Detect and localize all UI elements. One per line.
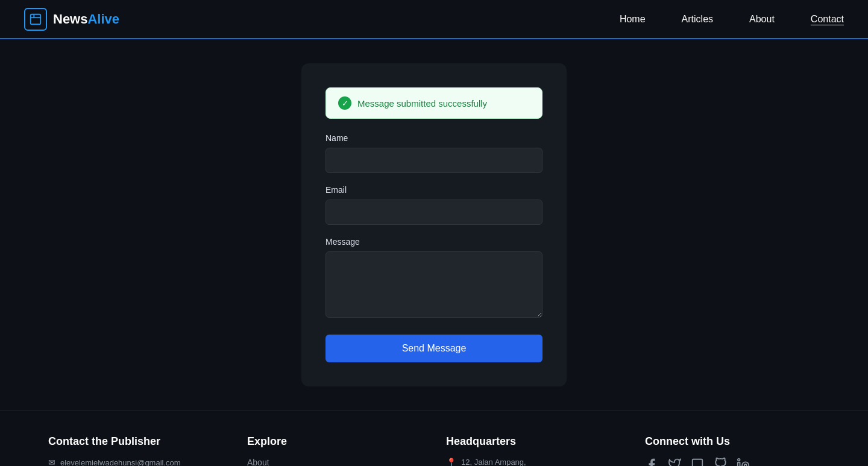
- message-input[interactable]: [326, 251, 542, 318]
- facebook-icon[interactable]: [645, 458, 658, 466]
- footer-publisher: Contact the Publisher ✉ elevelemielwadeh…: [48, 435, 223, 466]
- footer: Contact the Publisher ✉ elevelemielwadeh…: [0, 411, 868, 466]
- nav-articles[interactable]: Articles: [682, 14, 713, 25]
- message-label: Message: [326, 237, 542, 247]
- nav-links: Home Articles About Contact: [620, 14, 844, 25]
- footer-about-link[interactable]: About: [247, 458, 422, 466]
- message-group: Message: [326, 237, 542, 320]
- publisher-email-item: ✉ elevelemielwadehunsi@gmail.com: [48, 458, 223, 466]
- navbar: NewsAlive Home Articles About Contact: [0, 0, 868, 39]
- nav-home[interactable]: Home: [620, 14, 646, 25]
- publisher-title: Contact the Publisher: [48, 435, 223, 448]
- connect-title: Connect with Us: [645, 435, 820, 448]
- nav-contact[interactable]: Contact: [811, 14, 844, 25]
- email-input[interactable]: [326, 200, 542, 225]
- name-group: Name: [326, 133, 542, 173]
- contact-card: ✓ Message submitted successfully Name Em…: [301, 63, 567, 386]
- footer-grid: Contact the Publisher ✉ elevelemielwadeh…: [48, 435, 820, 466]
- logo-icon: [24, 8, 47, 31]
- svg-rect-0: [31, 14, 41, 24]
- svg-point-4: [738, 459, 740, 461]
- location-icon: 📍: [446, 458, 456, 466]
- email-group: Email: [326, 185, 542, 225]
- nav-about[interactable]: About: [749, 14, 775, 25]
- success-toast: ✓ Message submitted successfully: [326, 87, 542, 119]
- email-label: Email: [326, 185, 542, 195]
- success-icon: ✓: [338, 96, 351, 110]
- main-content: ✓ Message submitted successfully Name Em…: [0, 39, 868, 411]
- logo[interactable]: NewsAlive: [24, 8, 119, 31]
- hq-address-item: 📍 12, Jalan Ampang,: [446, 458, 621, 466]
- hq-address: 12, Jalan Ampang,: [461, 458, 526, 466]
- twitter-icon[interactable]: [668, 458, 681, 466]
- explore-title: Explore: [247, 435, 422, 448]
- logo-text: NewsAlive: [53, 11, 119, 27]
- social-icons: [645, 458, 820, 466]
- name-label: Name: [326, 133, 542, 143]
- chat-icon[interactable]: [691, 458, 704, 466]
- email-icon: ✉: [48, 458, 55, 466]
- hq-title: Headquarters: [446, 435, 621, 448]
- svg-rect-3: [738, 462, 740, 466]
- github-icon[interactable]: [714, 458, 727, 466]
- send-button[interactable]: Send Message: [326, 335, 542, 362]
- success-message: Message submitted successfully: [357, 98, 487, 109]
- linkedin-icon[interactable]: [737, 458, 750, 466]
- footer-explore: Explore About: [247, 435, 422, 466]
- name-input[interactable]: [326, 148, 542, 173]
- footer-headquarters: Headquarters 📍 12, Jalan Ampang,: [446, 435, 621, 466]
- publisher-email: elevelemielwadehunsi@gmail.com: [60, 458, 181, 467]
- footer-connect: Connect with Us: [645, 435, 820, 466]
